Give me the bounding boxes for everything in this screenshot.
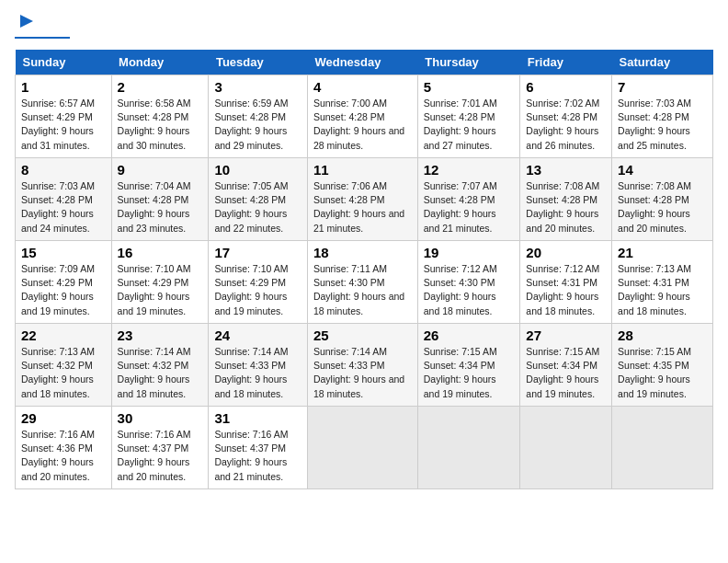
day-number: 6 xyxy=(526,79,606,95)
day-info: Sunrise: 7:04 AMSunset: 4:28 PMDaylight:… xyxy=(118,179,203,236)
day-number: 3 xyxy=(214,79,301,95)
day-number: 28 xyxy=(618,327,707,343)
day-info: Sunrise: 7:02 AMSunset: 4:28 PMDaylight:… xyxy=(526,97,606,153)
day-info: Sunrise: 7:12 AMSunset: 4:30 PMDaylight:… xyxy=(424,262,515,318)
day-cell: 29Sunrise: 7:16 AMSunset: 4:36 PMDayligh… xyxy=(16,407,112,489)
day-info: Sunrise: 7:16 AMSunset: 4:37 PMDaylight:… xyxy=(118,428,203,484)
day-info: Sunrise: 7:16 AMSunset: 4:36 PMDaylight:… xyxy=(21,428,106,484)
day-cell: 27Sunrise: 7:15 AMSunset: 4:34 PMDayligh… xyxy=(520,324,612,407)
day-info: Sunrise: 7:11 AMSunset: 4:30 PMDaylight:… xyxy=(313,262,412,318)
day-number: 31 xyxy=(214,410,301,426)
logo-line xyxy=(15,37,70,39)
day-cell: 8Sunrise: 7:03 AMSunset: 4:28 PMDaylight… xyxy=(16,158,112,241)
day-info: Sunrise: 7:03 AMSunset: 4:28 PMDaylight:… xyxy=(618,97,707,153)
day-cell: 31Sunrise: 7:16 AMSunset: 4:37 PMDayligh… xyxy=(209,407,308,489)
day-cell: 28Sunrise: 7:15 AMSunset: 4:35 PMDayligh… xyxy=(612,324,713,407)
day-cell: 12Sunrise: 7:07 AMSunset: 4:28 PMDayligh… xyxy=(417,158,520,241)
day-cell: 1Sunrise: 6:57 AMSunset: 4:29 PMDaylight… xyxy=(16,75,112,158)
day-info: Sunrise: 7:00 AMSunset: 4:28 PMDaylight:… xyxy=(313,97,412,153)
day-info: Sunrise: 7:13 AMSunset: 4:31 PMDaylight:… xyxy=(618,262,707,318)
day-cell: 18Sunrise: 7:11 AMSunset: 4:30 PMDayligh… xyxy=(307,241,417,324)
day-cell: 22Sunrise: 7:13 AMSunset: 4:32 PMDayligh… xyxy=(16,324,112,407)
header-tuesday: Tuesday xyxy=(209,50,308,75)
day-cell: 25Sunrise: 7:14 AMSunset: 4:33 PMDayligh… xyxy=(307,324,417,407)
day-number: 11 xyxy=(313,162,412,178)
day-info: Sunrise: 7:08 AMSunset: 4:28 PMDaylight:… xyxy=(526,179,606,236)
day-info: Sunrise: 6:57 AMSunset: 4:29 PMDaylight:… xyxy=(21,97,106,153)
day-cell: 13Sunrise: 7:08 AMSunset: 4:28 PMDayligh… xyxy=(520,158,612,241)
header-monday: Monday xyxy=(111,50,209,75)
day-info: Sunrise: 7:08 AMSunset: 4:28 PMDaylight:… xyxy=(618,179,707,236)
day-cell: 5Sunrise: 7:01 AMSunset: 4:28 PMDaylight… xyxy=(417,75,520,158)
day-number: 12 xyxy=(424,162,515,178)
day-cell: 20Sunrise: 7:12 AMSunset: 4:31 PMDayligh… xyxy=(520,241,612,324)
day-number: 1 xyxy=(21,79,106,95)
day-info: Sunrise: 6:58 AMSunset: 4:28 PMDaylight:… xyxy=(118,97,203,153)
day-number: 14 xyxy=(618,162,707,178)
week-row-5: 29Sunrise: 7:16 AMSunset: 4:36 PMDayligh… xyxy=(16,407,713,489)
page-header xyxy=(15,15,713,39)
header-sunday: Sunday xyxy=(16,50,112,75)
day-info: Sunrise: 7:10 AMSunset: 4:29 PMDaylight:… xyxy=(118,262,203,318)
day-cell: 14Sunrise: 7:08 AMSunset: 4:28 PMDayligh… xyxy=(612,158,713,241)
day-cell: 7Sunrise: 7:03 AMSunset: 4:28 PMDaylight… xyxy=(612,75,713,158)
day-info: Sunrise: 6:59 AMSunset: 4:28 PMDaylight:… xyxy=(214,97,301,153)
week-row-4: 22Sunrise: 7:13 AMSunset: 4:32 PMDayligh… xyxy=(16,324,713,407)
week-row-2: 8Sunrise: 7:03 AMSunset: 4:28 PMDaylight… xyxy=(16,158,713,241)
day-cell: 16Sunrise: 7:10 AMSunset: 4:29 PMDayligh… xyxy=(111,241,209,324)
day-cell xyxy=(307,407,417,489)
day-cell: 9Sunrise: 7:04 AMSunset: 4:28 PMDaylight… xyxy=(111,158,209,241)
day-info: Sunrise: 7:10 AMSunset: 4:29 PMDaylight:… xyxy=(214,262,301,318)
week-row-3: 15Sunrise: 7:09 AMSunset: 4:29 PMDayligh… xyxy=(16,241,713,324)
day-number: 10 xyxy=(214,162,301,178)
day-cell xyxy=(612,407,713,489)
day-number: 15 xyxy=(21,245,106,260)
day-number: 26 xyxy=(424,327,515,343)
header-friday: Friday xyxy=(520,50,612,75)
day-cell: 11Sunrise: 7:06 AMSunset: 4:28 PMDayligh… xyxy=(307,158,417,241)
day-cell xyxy=(520,407,612,489)
day-info: Sunrise: 7:01 AMSunset: 4:28 PMDaylight:… xyxy=(424,97,515,153)
day-info: Sunrise: 7:15 AMSunset: 4:34 PMDaylight:… xyxy=(526,345,606,401)
day-cell: 3Sunrise: 6:59 AMSunset: 4:28 PMDaylight… xyxy=(209,75,308,158)
day-cell: 15Sunrise: 7:09 AMSunset: 4:29 PMDayligh… xyxy=(16,241,112,324)
day-cell: 30Sunrise: 7:16 AMSunset: 4:37 PMDayligh… xyxy=(111,407,209,489)
logo xyxy=(15,15,70,39)
day-number: 19 xyxy=(424,245,515,260)
day-info: Sunrise: 7:03 AMSunset: 4:28 PMDaylight:… xyxy=(21,179,106,236)
day-info: Sunrise: 7:09 AMSunset: 4:29 PMDaylight:… xyxy=(21,262,106,318)
logo-arrow-icon xyxy=(18,13,35,33)
day-cell: 17Sunrise: 7:10 AMSunset: 4:29 PMDayligh… xyxy=(209,241,308,324)
day-info: Sunrise: 7:14 AMSunset: 4:33 PMDaylight:… xyxy=(214,345,301,401)
day-number: 8 xyxy=(21,162,106,178)
day-number: 29 xyxy=(21,410,106,426)
day-info: Sunrise: 7:05 AMSunset: 4:28 PMDaylight:… xyxy=(214,179,301,236)
day-cell: 2Sunrise: 6:58 AMSunset: 4:28 PMDaylight… xyxy=(111,75,209,158)
day-info: Sunrise: 7:15 AMSunset: 4:34 PMDaylight:… xyxy=(424,345,515,401)
calendar-header-row: SundayMondayTuesdayWednesdayThursdayFrid… xyxy=(16,50,713,75)
day-number: 25 xyxy=(313,327,412,343)
day-number: 18 xyxy=(313,245,412,260)
day-cell: 21Sunrise: 7:13 AMSunset: 4:31 PMDayligh… xyxy=(612,241,713,324)
svg-marker-0 xyxy=(20,15,33,28)
day-number: 9 xyxy=(118,162,203,178)
day-number: 20 xyxy=(526,245,606,260)
day-number: 24 xyxy=(214,327,301,343)
day-cell: 24Sunrise: 7:14 AMSunset: 4:33 PMDayligh… xyxy=(209,324,308,407)
day-cell: 4Sunrise: 7:00 AMSunset: 4:28 PMDaylight… xyxy=(307,75,417,158)
day-cell: 10Sunrise: 7:05 AMSunset: 4:28 PMDayligh… xyxy=(209,158,308,241)
day-info: Sunrise: 7:06 AMSunset: 4:28 PMDaylight:… xyxy=(313,179,412,236)
day-info: Sunrise: 7:14 AMSunset: 4:33 PMDaylight:… xyxy=(313,345,412,401)
day-info: Sunrise: 7:15 AMSunset: 4:35 PMDaylight:… xyxy=(618,345,707,401)
day-info: Sunrise: 7:14 AMSunset: 4:32 PMDaylight:… xyxy=(118,345,203,401)
day-number: 2 xyxy=(118,79,203,95)
header-wednesday: Wednesday xyxy=(307,50,417,75)
header-saturday: Saturday xyxy=(612,50,713,75)
day-number: 5 xyxy=(424,79,515,95)
day-number: 16 xyxy=(118,245,203,260)
day-number: 21 xyxy=(618,245,707,260)
day-cell: 6Sunrise: 7:02 AMSunset: 4:28 PMDaylight… xyxy=(520,75,612,158)
day-info: Sunrise: 7:13 AMSunset: 4:32 PMDaylight:… xyxy=(21,345,106,401)
day-info: Sunrise: 7:16 AMSunset: 4:37 PMDaylight:… xyxy=(214,428,301,484)
day-number: 17 xyxy=(214,245,301,260)
